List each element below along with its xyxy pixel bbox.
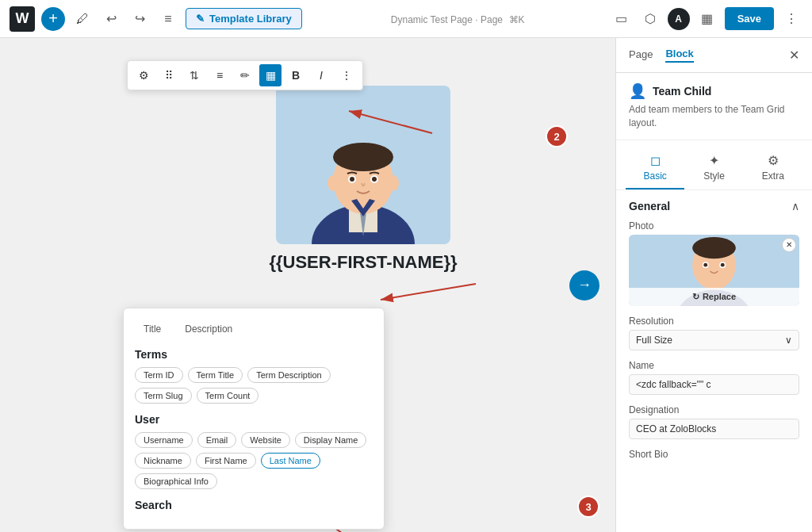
- general-section-header: General ∧: [629, 200, 799, 212]
- panel-block-description: Add team members to the Team Grid layout…: [629, 103, 799, 130]
- move-arrows-button[interactable]: ⇅: [183, 64, 205, 86]
- edit-button[interactable]: ✏: [234, 64, 256, 86]
- resolution-label: Resolution: [629, 316, 799, 327]
- svg-point-11: [388, 175, 399, 191]
- subtab-extra[interactable]: ⚙ Extra: [744, 147, 802, 189]
- resolution-select[interactable]: Full Size ∨: [629, 330, 799, 350]
- save-button[interactable]: Save: [725, 7, 774, 30]
- tag-first-name[interactable]: First Name: [196, 453, 256, 469]
- dropdown-panel: Title Description Terms Term ID Term Tit…: [123, 308, 385, 530]
- name-input[interactable]: <zdc fallback="" c: [629, 374, 799, 395]
- panel-close-button[interactable]: ✕: [789, 48, 799, 63]
- resolution-value: Full Size: [636, 335, 672, 346]
- replace-icon: ↻: [692, 292, 699, 302]
- avatar-area: {{USER-FIRST-NAME}}: [127, 86, 599, 273]
- algolia-icon[interactable]: A: [668, 8, 690, 30]
- tab-title[interactable]: Title: [135, 320, 170, 339]
- bold-button[interactable]: B: [285, 64, 307, 86]
- svg-point-23: [703, 262, 707, 266]
- tag-last-name[interactable]: Last Name: [261, 453, 320, 469]
- dropdown-tabs: Title Description: [135, 320, 373, 339]
- shortbio-field: Short Bio: [629, 449, 799, 460]
- tag-term-count[interactable]: Term Count: [197, 388, 259, 404]
- list-view-icon[interactable]: ≡: [157, 8, 179, 30]
- name-label: Name: [629, 360, 799, 371]
- annotation-badge-3: 3: [577, 496, 599, 518]
- style-icon: ✦: [709, 153, 719, 168]
- designation-field: Designation CEO at ZoloBlocks: [629, 404, 799, 439]
- resolution-chevron-icon: ∨: [785, 335, 792, 346]
- photo-label: Photo: [629, 220, 799, 232]
- main-area: ⚙ ⠿ ⇅ ≡ ✏ ▦ B I ⋮: [0, 38, 812, 532]
- canvas-inner: ⚙ ⠿ ⇅ ≡ ✏ ▦ B I ⋮: [0, 38, 615, 532]
- avatar-image: [276, 86, 450, 244]
- tab-page[interactable]: Page: [629, 48, 653, 62]
- tag-biographical-info[interactable]: Biographical Info: [135, 473, 217, 489]
- resolution-field: Resolution Full Size ∨: [629, 316, 799, 350]
- tag-term-slug[interactable]: Term Slug: [135, 388, 192, 404]
- shortbio-label: Short Bio: [629, 449, 799, 460]
- canvas: ⚙ ⠿ ⇅ ≡ ✏ ▦ B I ⋮: [0, 38, 615, 532]
- top-bar: W + 🖊 ↩ ↪ ≡ ✎ Template Library Dynamic T…: [0, 0, 812, 38]
- search-section-title: Search: [135, 499, 373, 511]
- view-desktop-icon[interactable]: ▭: [611, 8, 633, 30]
- undo-icon[interactable]: ↩: [100, 8, 122, 30]
- tab-description[interactable]: Description: [176, 320, 241, 339]
- svg-point-24: [721, 262, 725, 266]
- move-button[interactable]: ⠿: [158, 64, 180, 86]
- panel-subtabs: ◻ Basic ✦ Style ⚙ Extra: [616, 140, 812, 190]
- user-section-title: User: [135, 413, 373, 426]
- redo-icon[interactable]: ↪: [128, 8, 151, 30]
- tag-term-id[interactable]: Term ID: [135, 367, 183, 383]
- panel-body: General ∧ Photo: [616, 190, 812, 532]
- general-collapse-icon[interactable]: ∧: [791, 200, 799, 212]
- external-link-icon[interactable]: ⬡: [639, 8, 661, 30]
- extra-icon: ⚙: [768, 153, 779, 168]
- tag-display-name[interactable]: Display Name: [295, 432, 366, 448]
- top-bar-right: ▭ ⬡ A ▦ Save ⋮: [611, 7, 802, 30]
- tag-website[interactable]: Website: [241, 432, 290, 448]
- edit-pencil-icon[interactable]: 🖊: [71, 8, 94, 30]
- next-arrow-button[interactable]: →: [569, 270, 599, 300]
- tag-term-description[interactable]: Term Description: [247, 367, 331, 383]
- svg-point-5: [333, 143, 393, 171]
- subtab-style[interactable]: ✦ Style: [684, 147, 743, 189]
- template-library-button[interactable]: ✎ Template Library: [186, 8, 302, 29]
- align-button[interactable]: ≡: [209, 64, 231, 86]
- italic-button[interactable]: I: [310, 64, 332, 86]
- user-name-template: {{USER-FIRST-NAME}}: [269, 252, 457, 273]
- block-settings-button[interactable]: ⚙: [132, 64, 155, 86]
- terms-section-title: Terms: [135, 348, 373, 361]
- tag-email[interactable]: Email: [197, 432, 237, 448]
- more-options-button[interactable]: ⋮: [335, 64, 358, 86]
- panel-header: Page Block ✕: [616, 38, 812, 73]
- table-button[interactable]: ▦: [259, 64, 282, 86]
- basic-icon: ◻: [650, 153, 661, 168]
- tag-term-title[interactable]: Term Title: [188, 367, 243, 383]
- layout-icon[interactable]: ▦: [696, 8, 718, 30]
- annotation-2: 2: [546, 125, 568, 147]
- panel-block-header: 👤 Team Child Add team members to the Tea…: [616, 73, 812, 140]
- right-panel: Page Block ✕ 👤 Team Child Add team membe…: [615, 38, 812, 532]
- tag-username[interactable]: Username: [135, 432, 193, 448]
- user-tag-group: Username Email Website Display Name Nick…: [135, 432, 373, 489]
- photo-preview: ✕ ↻ Replace: [629, 235, 799, 306]
- add-block-button[interactable]: +: [41, 7, 65, 31]
- photo-field: Photo ✕ ↻: [629, 220, 799, 306]
- panel-block-title-row: 👤 Team Child: [629, 82, 799, 100]
- subtab-style-label: Style: [703, 170, 725, 182]
- panel-block-title: Team Child: [653, 85, 711, 98]
- svg-point-10: [327, 175, 339, 191]
- name-field: Name <zdc fallback="" c: [629, 360, 799, 395]
- terms-tag-group: Term ID Term Title Term Description Term…: [135, 367, 373, 404]
- svg-point-8: [350, 177, 354, 182]
- photo-close-button[interactable]: ✕: [782, 238, 796, 252]
- designation-input[interactable]: CEO at ZoloBlocks: [629, 419, 799, 439]
- more-menu-icon[interactable]: ⋮: [780, 8, 802, 30]
- tag-nickname[interactable]: Nickname: [135, 453, 191, 469]
- tab-block[interactable]: Block: [665, 48, 693, 63]
- photo-replace-button[interactable]: ↻ Replace: [629, 288, 799, 306]
- subtab-basic[interactable]: ◻ Basic: [626, 147, 684, 189]
- replace-label: Replace: [703, 292, 736, 301]
- wp-logo-icon[interactable]: W: [10, 6, 35, 32]
